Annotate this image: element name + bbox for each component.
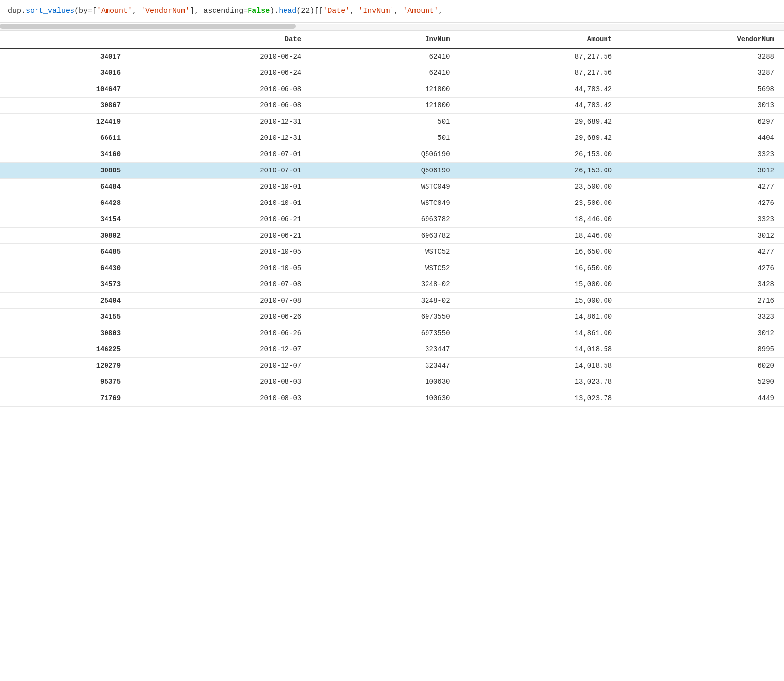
table-row: 341542010-06-21696378218,446.003323 [0,211,784,228]
cell-vendornum: 3288 [622,49,784,65]
cell-vendornum: 6297 [622,114,784,130]
cell-index: 71769 [0,390,136,407]
table-row: 308672010-06-0812180044,783.423013 [0,98,784,114]
code-bar: dup.sort_values(by=['Amount', 'VendorNum… [0,0,784,31]
cell-vendornum: 3012 [622,163,784,179]
table-row: 666112010-12-3150129,689.424404 [0,130,784,146]
cell-index: 146225 [0,341,136,358]
table-row: 254042010-07-083248-0215,000.002716 [0,293,784,309]
cell-index: 104647 [0,81,136,98]
table-row: 308022010-06-21696378218,446.003012 [0,228,784,244]
cell-vendornum: 4277 [622,244,784,260]
table-row: 345732010-07-083248-0215,000.003428 [0,276,784,293]
cell-amount: 87,217.56 [460,49,622,65]
cell-index: 34016 [0,65,136,81]
cell-vendornum: 3323 [622,146,784,163]
cell-amount: 13,023.78 [460,374,622,390]
cell-date: 2010-06-08 [136,98,311,114]
cell-invnum: 62410 [311,65,460,81]
cell-amount: 23,500.00 [460,195,622,211]
cell-amount: 13,023.78 [460,390,622,407]
table-row: 644302010-10-05WSTC5216,650.004276 [0,260,784,276]
cell-vendornum: 4277 [622,179,784,195]
cell-amount: 18,446.00 [460,228,622,244]
cell-index: 30803 [0,325,136,341]
cell-amount: 26,153.00 [460,146,622,163]
cell-index: 34160 [0,146,136,163]
cell-vendornum: 8995 [622,341,784,358]
cell-vendornum: 6020 [622,358,784,374]
cell-amount: 44,783.42 [460,98,622,114]
cell-vendornum: 5290 [622,374,784,390]
cell-index: 25404 [0,293,136,309]
cell-amount: 15,000.00 [460,293,622,309]
table-row: 341552010-06-26697355014,861.003323 [0,309,784,325]
cell-index: 124419 [0,114,136,130]
cell-vendornum: 3323 [622,309,784,325]
cell-index: 64428 [0,195,136,211]
code-text: dup.sort_values(by=['Amount', 'VendorNum… [8,7,443,15]
cell-amount: 15,000.00 [460,276,622,293]
cell-invnum: WSTC049 [311,179,460,195]
cell-date: 2010-07-08 [136,276,311,293]
cell-invnum: 6973550 [311,325,460,341]
cell-date: 2010-06-26 [136,309,311,325]
table-row: 644842010-10-01WSTC04923,500.004277 [0,179,784,195]
cell-invnum: 100630 [311,390,460,407]
cell-invnum: 3248-02 [311,293,460,309]
cell-amount: 26,153.00 [460,163,622,179]
cell-vendornum: 2716 [622,293,784,309]
cell-date: 2010-08-03 [136,374,311,390]
cell-vendornum: 5698 [622,81,784,98]
table-header-row: Date InvNum Amount VendorNum [0,31,784,49]
table-row: 1244192010-12-3150129,689.426297 [0,114,784,130]
cell-vendornum: 3323 [622,211,784,228]
cell-invnum: 323447 [311,341,460,358]
cell-invnum: 3248-02 [311,276,460,293]
cell-vendornum: 4276 [622,260,784,276]
cell-index: 30867 [0,98,136,114]
cell-amount: 29,689.42 [460,130,622,146]
cell-amount: 14,018.58 [460,358,622,374]
cell-invnum: WSTC52 [311,244,460,260]
cell-date: 2010-10-01 [136,179,311,195]
data-table-container: Date InvNum Amount VendorNum 340172010-0… [0,31,784,407]
header-date: Date [136,31,311,49]
cell-date: 2010-10-01 [136,195,311,211]
cell-date: 2010-06-24 [136,49,311,65]
cell-date: 2010-06-26 [136,325,311,341]
header-amount: Amount [460,31,622,49]
cell-index: 120279 [0,358,136,374]
cell-amount: 18,446.00 [460,211,622,228]
cell-date: 2010-12-07 [136,358,311,374]
cell-date: 2010-07-08 [136,293,311,309]
cell-invnum: 501 [311,130,460,146]
cell-amount: 16,650.00 [460,244,622,260]
cell-invnum: Q506190 [311,163,460,179]
header-index [0,31,136,49]
cell-index: 34573 [0,276,136,293]
cell-vendornum: 3428 [622,276,784,293]
cell-date: 2010-07-01 [136,146,311,163]
header-invnum: InvNum [311,31,460,49]
table-row: 1202792010-12-0732344714,018.586020 [0,358,784,374]
cell-index: 34017 [0,49,136,65]
cell-invnum: Q506190 [311,146,460,163]
cell-invnum: 121800 [311,98,460,114]
cell-date: 2010-10-05 [136,244,311,260]
cell-index: 66611 [0,130,136,146]
cell-vendornum: 3013 [622,98,784,114]
cell-invnum: WSTC049 [311,195,460,211]
table-row: 340162010-06-246241087,217.563287 [0,65,784,81]
table-row: 308052010-07-01Q50619026,153.003012 [0,163,784,179]
cell-amount: 87,217.56 [460,65,622,81]
table-row: 644282010-10-01WSTC04923,500.004276 [0,195,784,211]
cell-date: 2010-06-08 [136,81,311,98]
cell-vendornum: 4404 [622,130,784,146]
cell-index: 34155 [0,309,136,325]
table-row: 1046472010-06-0812180044,783.425698 [0,81,784,98]
cell-invnum: 121800 [311,81,460,98]
cell-invnum: 501 [311,114,460,130]
cell-amount: 23,500.00 [460,179,622,195]
cell-invnum: 62410 [311,49,460,65]
